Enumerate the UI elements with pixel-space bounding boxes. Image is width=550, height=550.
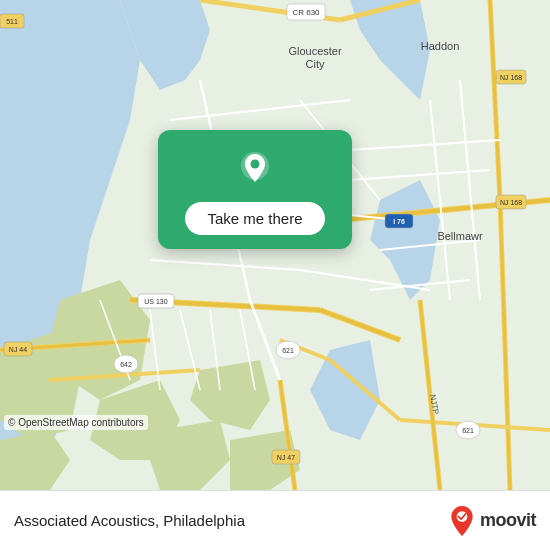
svg-text:CR 630: CR 630 (292, 8, 320, 17)
svg-point-81 (251, 160, 260, 169)
bottom-bar: Associated Acoustics, Philadelphia moovi… (0, 490, 550, 550)
svg-text:NJ 47: NJ 47 (277, 454, 295, 461)
svg-text:Haddon: Haddon (421, 40, 460, 52)
svg-text:NJ 168: NJ 168 (500, 199, 522, 206)
moovit-text: moovit (480, 510, 536, 531)
svg-text:621: 621 (462, 427, 474, 434)
moovit-pin-icon (448, 505, 476, 537)
svg-text:511: 511 (6, 18, 18, 25)
place-name: Associated Acoustics, Philadelphia (14, 512, 448, 529)
svg-text:Gloucester: Gloucester (288, 45, 342, 57)
svg-text:I 76: I 76 (393, 218, 405, 225)
map-attribution: © OpenStreetMap contributors (4, 415, 148, 430)
svg-text:NJ 44: NJ 44 (9, 346, 27, 353)
svg-text:642: 642 (120, 361, 132, 368)
svg-text:City: City (306, 58, 325, 70)
svg-text:NJ 168: NJ 168 (500, 74, 522, 81)
svg-text:Bellmawr: Bellmawr (437, 230, 483, 242)
take-me-there-button[interactable]: Take me there (185, 202, 324, 235)
map-container: CR 630 NJ 168 NJ 168 I 76 US 130 NJ 44 6… (0, 0, 550, 490)
svg-text:US 130: US 130 (144, 298, 167, 305)
location-pin-icon (233, 148, 277, 192)
moovit-logo: moovit (448, 505, 536, 537)
popup-card[interactable]: Take me there (158, 130, 352, 249)
svg-text:621: 621 (282, 347, 294, 354)
